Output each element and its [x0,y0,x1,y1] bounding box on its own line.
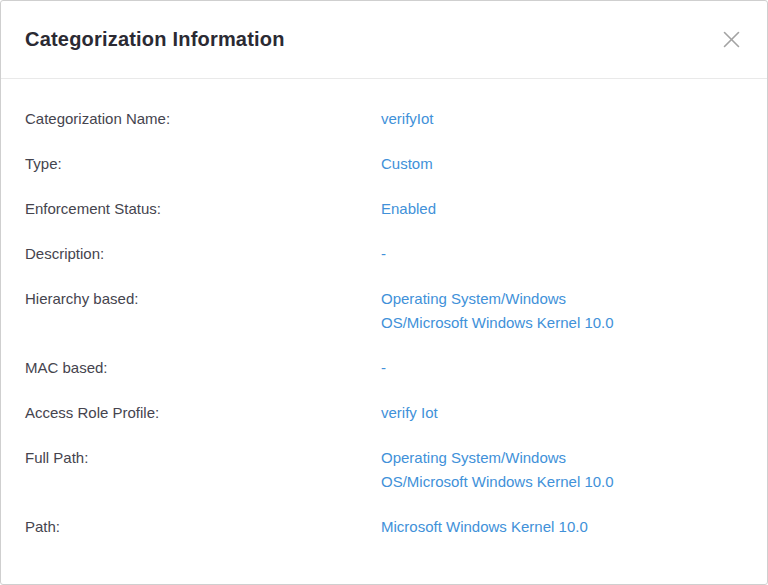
info-row: MAC based: - [25,356,743,380]
field-label: MAC based: [25,356,381,380]
categorization-info-modal: Categorization Information Categorizatio… [0,0,768,585]
modal-body: Categorization Name: verifyIot Type: Cus… [1,79,767,560]
info-row: Description: - [25,242,743,266]
x-close-icon [723,31,740,48]
field-value: - [381,242,386,266]
field-value: verifyIot [381,107,434,131]
info-row: Full Path: Operating System/Windows OS/M… [25,446,743,494]
field-label: Path: [25,515,381,539]
field-value: Operating System/Windows OS/Microsoft Wi… [381,287,614,335]
field-value: Custom [381,152,433,176]
field-label: Description: [25,242,381,266]
field-value: verify Iot [381,401,438,425]
info-row: Categorization Name: verifyIot [25,107,743,131]
field-label: Access Role Profile: [25,401,381,425]
field-value: Microsoft Windows Kernel 10.0 [381,515,588,539]
close-button[interactable] [719,28,743,52]
info-row: Hierarchy based: Operating System/Window… [25,287,743,335]
modal-title: Categorization Information [25,28,285,51]
field-label: Hierarchy based: [25,287,381,311]
info-row: Type: Custom [25,152,743,176]
field-value: Enabled [381,197,436,221]
info-row: Enforcement Status: Enabled [25,197,743,221]
field-value: Operating System/Windows OS/Microsoft Wi… [381,446,614,494]
info-row: Path: Microsoft Windows Kernel 10.0 [25,515,743,539]
field-label: Enforcement Status: [25,197,381,221]
modal-header: Categorization Information [1,1,767,79]
field-value: - [381,356,386,380]
field-label: Full Path: [25,446,381,470]
field-label: Categorization Name: [25,107,381,131]
info-row: Access Role Profile: verify Iot [25,401,743,425]
field-label: Type: [25,152,381,176]
